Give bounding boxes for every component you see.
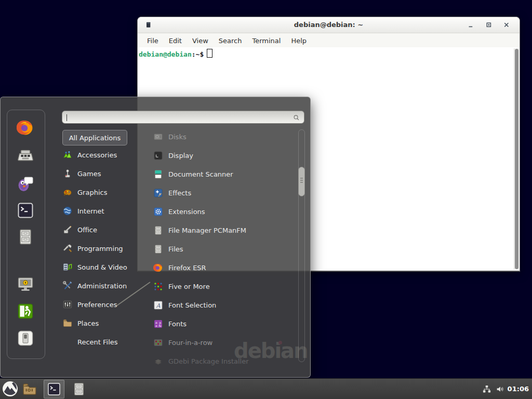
app-label: GDebi Package Installer [168,357,249,365]
category-graphics[interactable]: Graphics [62,183,140,202]
firefox-icon[interactable] [17,119,34,137]
category-accessories[interactable]: Accessories [62,145,140,164]
file-cabinet-icon[interactable] [17,228,34,246]
terminal-menubar: FileEditViewSearchTerminalHelp [138,33,520,48]
app-label: Four-in-a-row [168,339,212,347]
category-label: Graphics [77,189,107,196]
app-effects[interactable]: Effects [138,183,294,202]
svg-text:&: & [158,324,162,327]
category-recent-files[interactable]: Recent Files [62,332,140,351]
app-file-manager-pcmanfm[interactable]: File Manager PCManFM [138,221,294,240]
pidgin-icon[interactable] [17,175,34,192]
app-extensions[interactable]: Extensions [138,202,294,221]
app-disks[interactable]: Disks [138,127,294,146]
app-display[interactable]: Display [138,146,294,165]
category-label: Preferences [77,301,117,309]
extensions-icon [153,207,163,217]
accessories-icon [62,150,73,160]
four-in-a-row-icon [153,338,163,348]
category-label: Sound & Video [77,263,127,271]
files-launcher[interactable] [72,382,86,396]
gdebi-icon [153,356,163,366]
category-games[interactable]: Games [62,164,140,183]
category-label: Recent Files [77,338,118,346]
prompt-path: :~$ [192,50,204,58]
file-cabinet-icon [153,225,163,235]
app-label: Files [168,245,183,253]
category-places[interactable]: Places [62,314,140,332]
menu-search-input[interactable] [68,112,289,122]
terminal-window-button[interactable] [44,380,64,398]
file-manager-launcher[interactable] [22,381,37,397]
app-document-scanner[interactable]: Document Scanner [138,165,294,183]
all-applications-button[interactable]: All Applications [62,130,127,145]
terminal-titlebar[interactable]: debian@debian: ~ [138,17,520,33]
minimize-icon[interactable] [467,20,476,30]
app-font-selection[interactable]: AFont Selection [138,296,294,314]
places-icon [62,318,73,328]
app-files[interactable]: Files [138,240,294,258]
sound-video-icon [62,262,73,272]
menubar-item-terminal[interactable]: Terminal [247,37,286,45]
display-icon [153,151,163,161]
app-label: Display [168,152,193,159]
close-icon[interactable] [502,20,511,30]
menubar-item-edit[interactable]: Edit [164,37,187,45]
search-icon [292,114,300,122]
fonts-icon: aaa& [153,319,163,329]
category-label: Internet [77,207,104,215]
menu-search-box[interactable] [62,111,304,124]
application-menu: All Applications AccessoriesGamesGraphic… [0,97,311,378]
category-label: Office [77,226,97,234]
terminal-icon[interactable] [17,202,34,219]
shutdown-icon[interactable] [17,329,34,347]
taskbar: 01:06 [0,378,532,399]
category-office[interactable]: Office [62,220,140,239]
keyboard-icon[interactable] [17,147,34,165]
app-label: Firefox ESR [168,264,206,272]
app-list-scrollbar-track[interactable] [298,129,305,362]
menubar-item-file[interactable]: File [142,37,164,45]
taskbar-clock[interactable]: 01:06 [508,379,529,399]
app-list-scrollbar-thumb[interactable] [298,167,305,196]
app-five-or-more[interactable]: Five or More [138,277,294,296]
app-label: Font Selection [168,301,216,309]
menu-button[interactable] [2,380,19,397]
menubar-item-view[interactable]: View [187,37,214,45]
logout-icon[interactable] [17,302,34,320]
app-list: DisksDisplayDocument ScannerEffectsExten… [138,127,294,370]
app-label: Extensions [168,208,205,216]
app-four-in-a-row[interactable]: Four-in-a-row [138,333,294,352]
menubar-item-search[interactable]: Search [214,37,247,45]
terminal-scrollbar[interactable] [514,48,519,270]
terminal-title: debian@debian: ~ [138,17,520,33]
lock-screen-icon[interactable] [17,275,34,293]
category-list: AccessoriesGamesGraphicsInternetOfficePr… [62,145,140,351]
category-programming[interactable]: Programming [62,239,140,258]
graphics-icon [62,187,73,197]
app-gdebi-package-installer[interactable]: GDebi Package Installer [138,352,294,370]
category-preferences[interactable]: Preferences [62,295,140,314]
menubar-item-help[interactable]: Help [286,37,312,45]
category-internet[interactable]: Internet [62,202,140,220]
app-fonts[interactable]: aaa&Fonts [138,314,294,333]
maximize-icon[interactable] [484,20,494,30]
category-label: Accessories [77,151,117,159]
svg-text:a: a [155,324,157,327]
svg-text:A: A [155,302,161,309]
firefox-icon [153,263,163,273]
app-label: File Manager PCManFM [168,227,246,234]
font-selection-icon: A [153,300,163,310]
volume-icon[interactable] [496,384,505,394]
network-icon[interactable] [482,384,491,394]
internet-icon [62,206,73,216]
app-label: Disks [168,133,187,141]
games-icon [62,168,73,179]
five-or-more-icon [153,282,163,291]
app-firefox-esr[interactable]: Firefox ESR [138,258,294,277]
category-label: Places [77,320,99,327]
app-label: Five or More [168,283,210,290]
category-sound-video[interactable]: Sound & Video [62,258,140,276]
terminal-scrollbar-thumb[interactable] [515,49,518,269]
category-administration[interactable]: Administration [62,276,140,295]
